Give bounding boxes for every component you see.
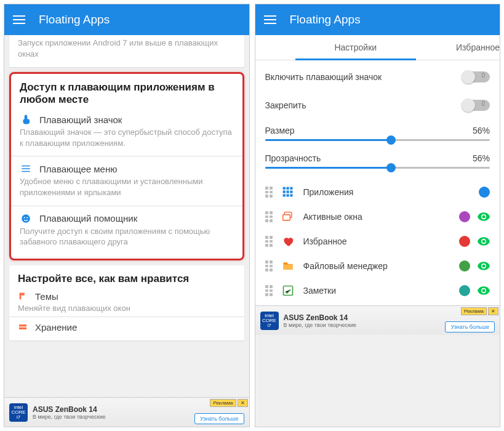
- switch-toggle[interactable]: 0: [462, 100, 490, 111]
- access-item-title: Плавающее меню: [39, 164, 117, 174]
- color-dot[interactable]: [459, 260, 470, 272]
- folder-icon: [281, 259, 295, 273]
- hamburger-icon[interactable]: [13, 15, 25, 24]
- tab-favorites[interactable]: Избранное: [456, 35, 500, 60]
- row-label: Избранное: [303, 236, 454, 246]
- customize-item-themes[interactable]: Темы Меняйте вид плавающих окон: [18, 288, 236, 315]
- setting-label: Включить плавающий значок: [265, 72, 382, 82]
- ad-cta-button[interactable]: Узнать больше: [194, 413, 244, 424]
- eye-icon[interactable]: [478, 262, 490, 270]
- access-item-floating-menu[interactable]: Плавающее меню Удобное меню с плавающими…: [20, 158, 234, 204]
- svg-point-2: [26, 217, 28, 218]
- customize-item-storage[interactable]: Хранение: [18, 318, 236, 333]
- slider-opacity[interactable]: Прозрачность 56%: [265, 147, 490, 175]
- divider: [11, 206, 242, 206]
- appbar: Floating Apps: [4, 4, 249, 35]
- row-label: Приложения: [303, 187, 473, 197]
- svg-rect-7: [286, 187, 289, 190]
- svg-rect-8: [290, 187, 292, 190]
- tab-settings[interactable]: Настройки: [255, 35, 457, 60]
- heart-icon: [281, 235, 295, 248]
- note-icon: [281, 284, 295, 297]
- slider-thumb[interactable]: [386, 163, 396, 172]
- ad-banner[interactable]: intel CORE i7 ASUS ZenBook 14 В мире, гд…: [255, 305, 500, 335]
- svg-rect-4: [19, 324, 26, 326]
- drag-handle-icon[interactable]: [265, 285, 273, 296]
- menu-lines-icon: [20, 163, 32, 175]
- drag-handle-icon[interactable]: [265, 211, 273, 222]
- eye-icon[interactable]: [478, 286, 490, 295]
- windows-icon: [281, 210, 295, 224]
- slider-track[interactable]: [265, 139, 490, 141]
- list-row-notes[interactable]: Заметки: [265, 278, 490, 303]
- switch-toggle[interactable]: 0: [462, 71, 490, 83]
- access-item-floating-icon[interactable]: Плавающий значок Плавающий значок — это …: [20, 108, 234, 155]
- svg-rect-6: [282, 187, 285, 190]
- access-item-floating-helper[interactable]: Плавающий помощник Получите доступ к сво…: [20, 207, 234, 254]
- ad-cta-button[interactable]: Узнать больше: [445, 321, 495, 332]
- color-dot[interactable]: [459, 236, 470, 247]
- slider-size[interactable]: Размер 56%: [265, 119, 490, 147]
- list-row-favorites[interactable]: Избранное: [265, 229, 490, 254]
- grid-icon: [281, 185, 295, 199]
- slider-value: 56%: [473, 126, 490, 135]
- slider-thumb[interactable]: [386, 135, 396, 145]
- touch-icon: [20, 113, 32, 126]
- access-section-card: Доступ к плавающим приложениям в любом м…: [9, 72, 244, 260]
- storage-icon: [18, 322, 29, 333]
- list-row-active-windows[interactable]: Активные окна: [265, 204, 490, 229]
- hamburger-icon[interactable]: [264, 15, 276, 24]
- ad-chip-icon: intel CORE i7: [260, 312, 279, 330]
- color-dot[interactable]: [479, 187, 490, 198]
- svg-rect-3: [20, 292, 25, 294]
- customize-item-sub: Меняйте вид плавающих окон: [18, 304, 236, 313]
- eye-icon[interactable]: [478, 212, 490, 221]
- drag-handle-icon[interactable]: [265, 260, 273, 272]
- reorder-list: Приложения Активные окна Избранное: [265, 175, 490, 303]
- svg-rect-13: [286, 194, 289, 196]
- svg-rect-14: [290, 194, 292, 196]
- row-label: Активные окна: [303, 212, 454, 222]
- list-row-file-manager[interactable]: Файловый менеджер: [265, 254, 490, 278]
- right-screen: Floating Apps Настройки Избранное Включи…: [255, 4, 501, 427]
- ad-subtitle: В мире, где твои творческие: [284, 322, 442, 328]
- left-screen: Floating Apps Запуск приложении Android …: [4, 4, 250, 427]
- row-label: Файловый менеджер: [303, 261, 454, 271]
- slider-value: 56%: [473, 153, 490, 163]
- color-dot[interactable]: [459, 285, 470, 296]
- paint-icon: [18, 291, 29, 302]
- ad-close-icon[interactable]: ✕: [488, 307, 498, 315]
- ad-title: ASUS ZenBook 14: [284, 313, 442, 322]
- ad-close-icon[interactable]: ✕: [238, 399, 248, 407]
- setting-label: Закрепить: [265, 100, 306, 110]
- ad-subtitle: В мире, где твои творческие: [33, 414, 191, 420]
- access-item-sub: Удобное меню с плавающими и установленны…: [20, 176, 234, 204]
- customize-section-title: Настройте все, как вам нравится: [18, 273, 236, 285]
- svg-rect-16: [282, 215, 290, 220]
- partial-card-top[interactable]: Запуск приложении Android 7 или выше в п…: [9, 35, 244, 67]
- svg-rect-9: [282, 191, 285, 193]
- slider-label: Размер: [265, 126, 295, 135]
- setting-pin[interactable]: Закрепить 0: [265, 91, 490, 119]
- setting-enable-floating-icon[interactable]: Включить плавающий значок 0: [265, 63, 490, 91]
- settings-panel: Включить плавающий значок 0 Закрепить 0 …: [255, 60, 500, 305]
- access-section-title: Доступ к плавающим приложениям в любом м…: [20, 81, 234, 106]
- color-dot[interactable]: [459, 211, 470, 222]
- ad-banner[interactable]: intel CORE i7 ASUS ZenBook 14 В мире, гд…: [4, 397, 249, 427]
- access-item-sub: Плавающий значок — это супербыстрый спос…: [20, 127, 234, 155]
- left-content: Запуск приложении Android 7 или выше в п…: [4, 35, 249, 397]
- svg-point-1: [24, 217, 25, 218]
- divider: [11, 156, 242, 156]
- access-item-title: Плавающий значок: [39, 115, 122, 125]
- app-title: Floating Apps: [290, 13, 361, 26]
- eye-icon[interactable]: [478, 237, 490, 246]
- ad-title: ASUS ZenBook 14: [33, 405, 191, 414]
- customize-item-title: Темы: [35, 291, 58, 302]
- app-title: Floating Apps: [39, 13, 110, 26]
- access-item-sub: Получите доступ к своим приложениям с по…: [20, 226, 234, 254]
- drag-handle-icon[interactable]: [265, 236, 273, 247]
- drag-handle-icon[interactable]: [265, 187, 273, 198]
- list-row-apps[interactable]: Приложения: [265, 180, 490, 204]
- tabs: Настройки Избранное: [255, 35, 500, 60]
- slider-track[interactable]: [265, 167, 490, 169]
